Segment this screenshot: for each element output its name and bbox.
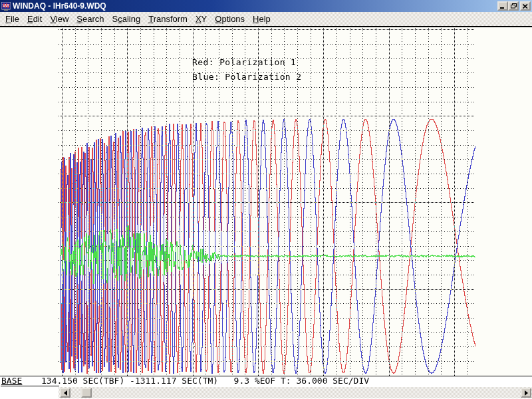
app-icon[interactable] — [1, 2, 11, 11]
window-controls — [497, 1, 531, 11]
menu-item-file[interactable]: File — [1, 13, 23, 25]
base-underline — [1, 386, 59, 386]
menubar: FileEditViewSearchScalingTransformXYOpti… — [0, 12, 532, 27]
app-window: WINDAQ - lHr640-9.WDQ FileEditViewSearch… — [0, 0, 532, 399]
minimize-button[interactable] — [497, 1, 508, 11]
menu-item-transform[interactable]: Transform — [144, 13, 192, 25]
menu-item-options[interactable]: Options — [211, 13, 249, 25]
close-icon — [523, 4, 528, 9]
minimize-icon — [500, 4, 505, 9]
scroll-thumb[interactable] — [81, 388, 92, 398]
window-title: WINDAQ - lHr640-9.WDQ — [13, 0, 106, 12]
right-arrow-icon — [525, 390, 528, 396]
base-label: BASE — [1, 376, 22, 386]
chart-area: Red: Polarization 1 Blue: Polarization 2 — [0, 27, 532, 376]
status-bar: BASE 134.150 SEC(TBF) -1311.117 SEC(TM) … — [0, 376, 532, 386]
close-button[interactable] — [520, 1, 531, 11]
legend-red-label: Red: Polarization 1 — [192, 57, 296, 67]
status-readout: 134.150 SEC(TBF) -1311.117 SEC(TM) 9.3 %… — [41, 376, 369, 386]
h-scrollbar[interactable] — [59, 387, 532, 398]
menu-item-search[interactable]: Search — [72, 13, 108, 25]
restore-button[interactable] — [508, 1, 519, 11]
restore-icon — [511, 3, 517, 9]
menu-item-scaling[interactable]: Scaling — [108, 13, 145, 25]
menu-item-help[interactable]: Help — [249, 13, 275, 25]
menu-item-view[interactable]: View — [46, 13, 72, 25]
menu-item-xy[interactable]: XY — [192, 13, 211, 25]
legend-blue-label: Blue: Polarization 2 — [192, 72, 302, 82]
scroll-right-button[interactable] — [521, 388, 531, 398]
menu-item-edit[interactable]: Edit — [23, 13, 46, 25]
left-arrow-icon — [64, 390, 67, 396]
scroll-left-button[interactable] — [60, 388, 70, 398]
titlebar: WINDAQ - lHr640-9.WDQ — [0, 0, 532, 12]
